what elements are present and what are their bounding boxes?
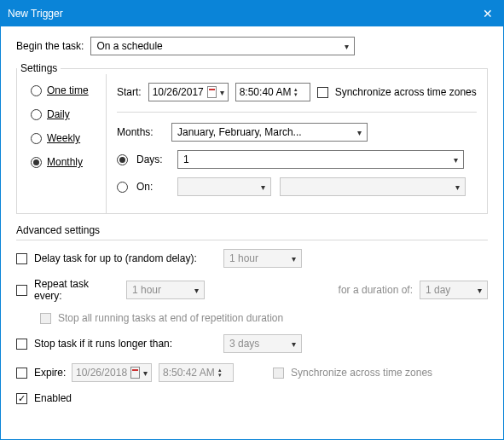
- expire-label: Expire:: [34, 367, 65, 379]
- radio-icon: [31, 157, 42, 168]
- duration-label: for a duration of:: [211, 284, 413, 296]
- expire-sync-label: Synchronize across time zones: [291, 367, 432, 379]
- stop-if-label: Stop task if it runs longer than:: [34, 338, 217, 350]
- spin-icon: ▴▾: [294, 87, 298, 97]
- settings-legend: Settings: [17, 62, 61, 74]
- days-combo[interactable]: 1 ▾: [177, 150, 464, 169]
- delay-combo: 1 hour▾: [223, 249, 302, 268]
- start-time-input[interactable]: 8:50:40 AM ▴▾: [235, 83, 310, 101]
- delay-checkbox[interactable]: [16, 253, 27, 264]
- begin-task-value: On a schedule: [96, 40, 162, 52]
- expire-time-input: 8:50:42 AM ▴▾: [159, 363, 234, 382]
- radio-icon: [31, 109, 42, 120]
- advanced-legend: Advanced settings: [16, 224, 488, 236]
- repeat-checkbox[interactable]: [16, 285, 27, 296]
- chevron-down-icon: ▾: [292, 339, 296, 349]
- stop-if-checkbox[interactable]: [16, 339, 27, 350]
- enabled-label: Enabled: [34, 392, 72, 404]
- duration-combo: 1 day▾: [420, 281, 488, 299]
- radio-one-time[interactable]: One time: [31, 84, 99, 96]
- calendar-icon: [130, 367, 140, 379]
- begin-task-combo[interactable]: On a schedule ▾: [90, 37, 355, 55]
- chevron-down-icon: ▾: [455, 182, 460, 192]
- stop-if-combo: 3 days▾: [223, 334, 302, 353]
- chevron-down-icon: ▾: [292, 254, 296, 263]
- chevron-down-icon: ▾: [220, 88, 224, 97]
- sync-timezones-checkbox[interactable]: [317, 87, 328, 98]
- spin-icon: ▴▾: [218, 368, 222, 378]
- radio-icon: [31, 85, 42, 96]
- days-radio[interactable]: [117, 154, 128, 165]
- months-label: Months:: [117, 126, 163, 138]
- sync-timezones-label: Synchronize across time zones: [335, 86, 477, 98]
- close-icon[interactable]: ✕: [479, 3, 496, 24]
- radio-icon: [31, 133, 42, 144]
- chevron-down-icon: ▾: [345, 42, 349, 51]
- on-radio[interactable]: [117, 182, 128, 193]
- titlebar: New Trigger ✕: [1, 1, 503, 26]
- chevron-down-icon: ▾: [454, 155, 458, 165]
- begin-task-row: Begin the task: On a schedule ▾: [16, 37, 488, 55]
- chevron-down-icon: ▾: [194, 286, 199, 295]
- on-week-combo: ▾: [177, 177, 271, 196]
- expire-sync-checkbox: [273, 368, 284, 379]
- start-date-input[interactable]: 10/26/2017 ▾: [148, 83, 229, 101]
- chevron-down-icon: ▾: [357, 128, 362, 137]
- radio-weekly[interactable]: Weekly: [31, 132, 99, 144]
- radio-monthly[interactable]: Monthly: [31, 156, 99, 168]
- start-label: Start:: [117, 86, 142, 98]
- begin-task-label: Begin the task:: [16, 40, 84, 52]
- expire-checkbox[interactable]: [16, 368, 27, 379]
- settings-fieldset: Settings One time Daily Weekly Monthly S…: [16, 62, 488, 214]
- schedule-radios: One time Daily Weekly Monthly: [17, 74, 106, 213]
- days-label: Days:: [136, 153, 169, 165]
- delay-label: Delay task for up to (random delay):: [34, 252, 217, 264]
- radio-daily[interactable]: Daily: [31, 108, 99, 120]
- stop-all-checkbox: [40, 313, 51, 324]
- on-day-combo: ▾: [280, 177, 466, 196]
- repeat-combo: 1 hour▾: [126, 281, 205, 299]
- repeat-label: Repeat task every:: [34, 278, 119, 302]
- calendar-icon: [207, 86, 217, 98]
- window-title: New Trigger: [8, 8, 63, 20]
- months-combo[interactable]: January, February, March... ▾: [171, 123, 368, 142]
- chevron-down-icon: ▾: [261, 182, 265, 192]
- schedule-box: Start: 10/26/2017 ▾ 8:50:40 AM ▴▾ Synchr…: [106, 74, 487, 213]
- chevron-down-icon: ▾: [478, 286, 482, 295]
- content-area: Begin the task: On a schedule ▾ Settings…: [1, 26, 503, 439]
- expire-date-input: 10/26/2018 ▾: [72, 363, 152, 382]
- enabled-checkbox[interactable]: [16, 393, 27, 404]
- chevron-down-icon: ▾: [143, 368, 148, 378]
- new-trigger-window: New Trigger ✕ Begin the task: On a sched…: [0, 0, 504, 440]
- stop-all-label: Stop all running tasks at end of repetit…: [58, 312, 283, 324]
- on-label: On:: [136, 181, 169, 193]
